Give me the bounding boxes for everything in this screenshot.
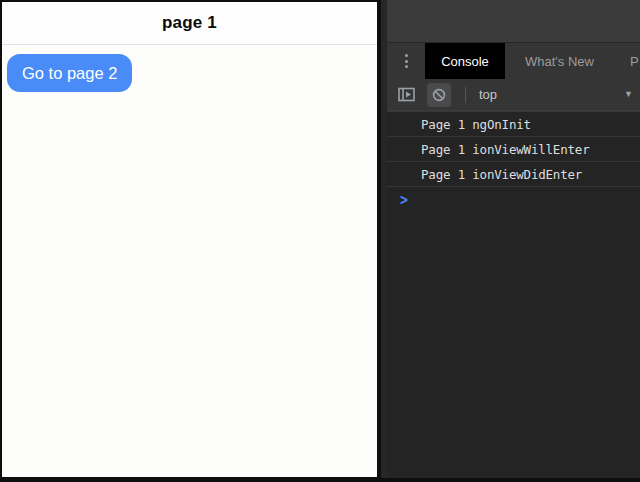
prompt-chevron-icon: > [400, 191, 408, 208]
console-message: Page 1 ionViewWillEnter [387, 137, 640, 162]
console-sidebar-toggle-button[interactable] [398, 87, 415, 102]
devtools-upper-pane [387, 0, 640, 43]
context-selector[interactable]: top [479, 87, 497, 102]
devtools-menu-button[interactable] [387, 43, 425, 79]
app-viewport: page 1 Go to page 2 [2, 2, 377, 477]
app-header: page 1 [2, 2, 377, 45]
tab-console[interactable]: Console [425, 43, 505, 79]
console-message: Page 1 ngOnInit [387, 111, 640, 137]
clear-console-icon [432, 88, 446, 102]
console-output: Page 1 ngOnInit Page 1 ionViewWillEnter … [387, 111, 640, 478]
app-content: Go to page 2 [2, 45, 377, 477]
devtools-tab-bar: Console What's New P [387, 43, 640, 79]
toolbar-divider [465, 87, 466, 103]
devtools-panel: Console What's New P top ▼ [381, 0, 640, 478]
console-prompt-input[interactable]: > [387, 187, 640, 212]
tab-partial[interactable]: P [614, 43, 639, 79]
console-sidebar-icon [398, 87, 415, 102]
screen: { "app": { "title": "page 1", "button_la… [0, 0, 640, 482]
page-title: page 1 [162, 13, 217, 33]
dropdown-arrow-icon[interactable]: ▼ [624, 90, 633, 99]
go-to-page-2-button[interactable]: Go to page 2 [7, 54, 132, 92]
console-message: Page 1 ionViewDidEnter [387, 162, 640, 187]
tab-whats-new[interactable]: What's New [505, 43, 614, 79]
clear-console-button[interactable] [427, 83, 451, 107]
kebab-menu-icon [405, 54, 408, 68]
console-toolbar: top ▼ [387, 79, 640, 111]
